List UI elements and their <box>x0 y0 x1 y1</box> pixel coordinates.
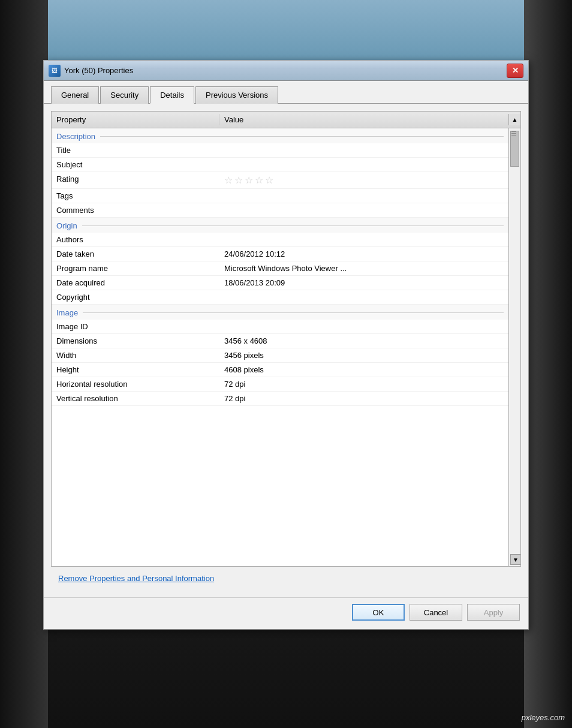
prop-comments-value <box>219 205 508 215</box>
prop-date-taken-name: Date taken <box>52 249 219 259</box>
content-area: Property Value ▲ Description Title <box>44 104 528 597</box>
section-image: Image <box>52 305 508 320</box>
prop-v-res-name: Vertical resolution <box>52 393 219 404</box>
prop-date-taken-value: 24/06/2012 10:12 <box>219 249 508 259</box>
section-image-label: Image <box>56 308 78 317</box>
prop-v-res-value: 72 dpi <box>219 393 508 404</box>
tab-previous-versions[interactable]: Previous Versions <box>195 86 278 104</box>
star-rating[interactable]: ☆ ☆ ☆ ☆ ☆ <box>224 175 504 186</box>
row-rating[interactable]: Rating ☆ ☆ ☆ ☆ ☆ <box>52 172 508 189</box>
prop-authors-name: Authors <box>52 234 219 245</box>
row-h-res[interactable]: Horizontal resolution 72 dpi <box>52 377 508 392</box>
prop-comments-name: Comments <box>52 205 219 215</box>
star-3[interactable]: ☆ <box>245 175 253 186</box>
prop-tags-value <box>219 191 508 201</box>
tab-general[interactable]: General <box>51 86 99 104</box>
star-5[interactable]: ☆ <box>265 175 273 186</box>
prop-subject-value <box>219 160 508 170</box>
prop-h-res-value: 72 dpi <box>219 379 508 389</box>
prop-height-value: 4608 pixels <box>219 365 508 375</box>
remove-properties-link[interactable]: Remove Properties and Personal Informati… <box>58 574 214 583</box>
titlebar: 🖼 York (50) Properties ✕ <box>44 61 528 81</box>
prop-program-name-label: Program name <box>52 263 219 273</box>
star-4[interactable]: ☆ <box>255 175 263 186</box>
row-image-id[interactable]: Image ID <box>52 320 508 334</box>
link-area: Remove Properties and Personal Informati… <box>51 567 521 590</box>
prop-image-id-name: Image ID <box>52 321 219 332</box>
table-header: Property Value ▲ <box>52 112 520 128</box>
scrollbar-thumb[interactable] <box>510 131 519 167</box>
prop-h-res-name: Horizontal resolution <box>52 379 219 389</box>
star-1[interactable]: ☆ <box>224 175 233 186</box>
tab-details[interactable]: Details <box>150 86 194 104</box>
row-date-acquired[interactable]: Date acquired 18/06/2013 20:09 <box>52 276 508 290</box>
row-dimensions[interactable]: Dimensions 3456 x 4608 <box>52 334 508 348</box>
dialog-title: York (50) Properties <box>64 66 507 75</box>
row-width[interactable]: Width 3456 pixels <box>52 348 508 363</box>
prop-title-value <box>219 145 508 155</box>
close-button[interactable]: ✕ <box>507 64 523 78</box>
section-line-3 <box>83 312 504 313</box>
properties-panel: Property Value ▲ Description Title <box>51 111 521 567</box>
section-description-label: Description <box>56 132 95 141</box>
prop-date-acquired-value: 18/06/2013 20:09 <box>219 278 508 288</box>
section-origin: Origin <box>52 218 508 233</box>
scrollbar-track <box>509 168 520 553</box>
table-body: Description Title Subject Rating <box>52 128 520 566</box>
star-2[interactable]: ☆ <box>234 175 243 186</box>
prop-image-id-value <box>219 321 508 332</box>
prop-dimensions-value: 3456 x 4608 <box>219 336 508 346</box>
row-program-name[interactable]: Program name Microsoft Windows Photo Vie… <box>52 261 508 276</box>
table-rows: Description Title Subject Rating <box>52 128 508 566</box>
properties-dialog: 🖼 York (50) Properties ✕ General Securit… <box>43 60 529 630</box>
col-property: Property <box>52 114 219 125</box>
tab-security[interactable]: Security <box>100 86 149 104</box>
prop-width-name: Width <box>52 350 219 360</box>
prop-rating-name: Rating <box>52 174 219 186</box>
prop-subject-name: Subject <box>52 160 219 170</box>
prop-height-name: Height <box>52 365 219 375</box>
scroll-down-button[interactable]: ▼ <box>510 554 520 565</box>
section-line-2 <box>82 225 504 226</box>
prop-date-acquired-name: Date acquired <box>52 278 219 288</box>
ok-button[interactable]: OK <box>352 604 405 621</box>
row-title[interactable]: Title <box>52 143 508 158</box>
prop-dimensions-name: Dimensions <box>52 336 219 346</box>
prop-copyright-value <box>219 292 508 302</box>
prop-rating-value: ☆ ☆ ☆ ☆ ☆ <box>219 174 508 186</box>
bg-right <box>524 0 572 728</box>
prop-authors-value <box>219 234 508 245</box>
section-line <box>100 136 504 137</box>
bg-left <box>0 0 48 728</box>
prop-title-name: Title <box>52 145 219 155</box>
prop-copyright-name: Copyright <box>52 292 219 302</box>
row-copyright[interactable]: Copyright <box>52 290 508 305</box>
row-authors[interactable]: Authors <box>52 233 508 247</box>
prop-width-value: 3456 pixels <box>219 350 508 360</box>
row-date-taken[interactable]: Date taken 24/06/2012 10:12 <box>52 247 508 261</box>
watermark: pxleyes.com <box>522 713 565 722</box>
row-v-res[interactable]: Vertical resolution 72 dpi <box>52 392 508 406</box>
cancel-button[interactable]: Cancel <box>410 604 462 621</box>
scroll-up-button[interactable]: ▲ <box>508 114 520 125</box>
col-value: Value <box>219 114 508 125</box>
row-tags[interactable]: Tags <box>52 189 508 203</box>
prop-tags-name: Tags <box>52 191 219 201</box>
row-subject[interactable]: Subject <box>52 158 508 172</box>
row-height[interactable]: Height 4608 pixels <box>52 363 508 377</box>
section-origin-label: Origin <box>56 221 77 230</box>
prop-program-name-value: Microsoft Windows Photo Viewer ... <box>219 263 508 273</box>
section-description: Description <box>52 128 508 143</box>
tabs-container: General Security Details Previous Versio… <box>44 81 528 104</box>
buttons-row: OK Cancel Apply <box>44 597 528 629</box>
scrollbar[interactable]: ▼ <box>508 128 520 566</box>
apply-button[interactable]: Apply <box>467 604 520 621</box>
titlebar-icon: 🖼 <box>49 65 61 77</box>
row-comments[interactable]: Comments <box>52 203 508 218</box>
